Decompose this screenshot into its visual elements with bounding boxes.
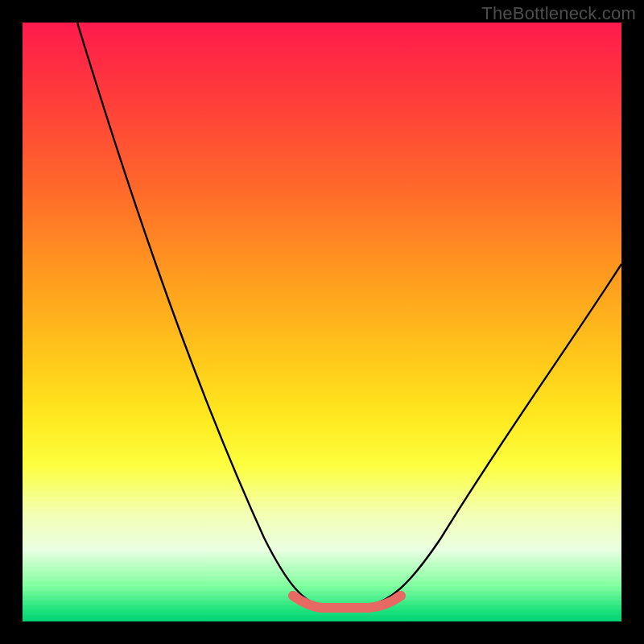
watermark-text: TheBottleneck.com [481,3,636,24]
curve-layer [23,23,621,621]
gradient-banding [23,489,621,621]
chart-container: TheBottleneck.com [0,0,644,644]
bottleneck-curve [77,23,621,605]
plot-area [23,23,621,621]
valley-highlight [293,596,401,608]
